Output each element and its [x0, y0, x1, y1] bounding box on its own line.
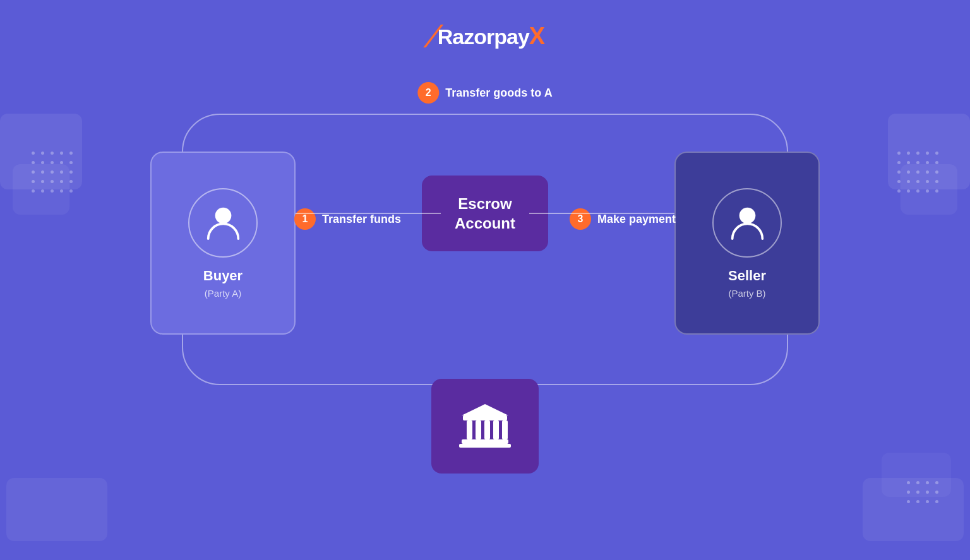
buyer-subtitle: (Party A) — [205, 288, 241, 299]
buyer-person-icon — [206, 204, 241, 242]
logo-text: RazorpayX — [438, 23, 544, 50]
bank-icon-box — [431, 379, 539, 474]
logo-razorpay: Razorpay — [438, 25, 529, 49]
step3-text: Make payment — [597, 213, 676, 226]
seller-avatar — [712, 188, 782, 258]
connector-line-right — [529, 213, 674, 214]
logo-slash-icon: ╱ — [426, 25, 437, 47]
buyer-title: Buyer — [203, 268, 242, 284]
svg-point-0 — [215, 207, 231, 223]
step1-badge: 1 — [294, 208, 316, 230]
seller-person-icon — [730, 204, 765, 242]
deco-rect-bottomleft — [6, 478, 107, 541]
connector-line-left — [296, 213, 441, 214]
step3-badge: 3 — [570, 208, 591, 230]
seller-subtitle: (Party B) — [728, 288, 765, 299]
buyer-avatar — [188, 188, 258, 258]
svg-rect-4 — [476, 420, 481, 439]
step2-text: Transfer goods to A — [445, 86, 552, 100]
step1-text: Transfer funds — [322, 213, 401, 226]
dot-grid-right — [897, 152, 938, 199]
diagram: 2 Transfer goods to A Buyer (Party A) Se… — [106, 82, 864, 486]
seller-card: Seller (Party B) — [674, 152, 820, 335]
logo: ╱ RazorpayX — [426, 23, 544, 50]
bank-building-icon — [457, 398, 513, 455]
logo-x: X — [529, 23, 544, 49]
svg-rect-9 — [459, 444, 511, 448]
dot-grid-left — [32, 152, 73, 199]
dot-grid-bottomright — [907, 481, 938, 509]
step3-label: 3 Make payment — [570, 208, 676, 230]
svg-point-1 — [739, 207, 755, 223]
step1-label: 1 Transfer funds — [294, 208, 401, 230]
step2-badge: 2 — [417, 82, 439, 104]
svg-rect-5 — [484, 420, 490, 439]
svg-rect-2 — [463, 415, 507, 420]
svg-rect-7 — [502, 420, 508, 439]
escrow-title: EscrowAccount — [455, 194, 515, 233]
svg-rect-3 — [467, 420, 472, 439]
svg-marker-10 — [462, 404, 508, 415]
buyer-card: Buyer (Party A) — [150, 152, 296, 335]
svg-rect-8 — [462, 439, 508, 444]
svg-rect-6 — [493, 420, 499, 439]
seller-title: Seller — [728, 268, 766, 284]
step2-label: 2 Transfer goods to A — [417, 82, 552, 104]
